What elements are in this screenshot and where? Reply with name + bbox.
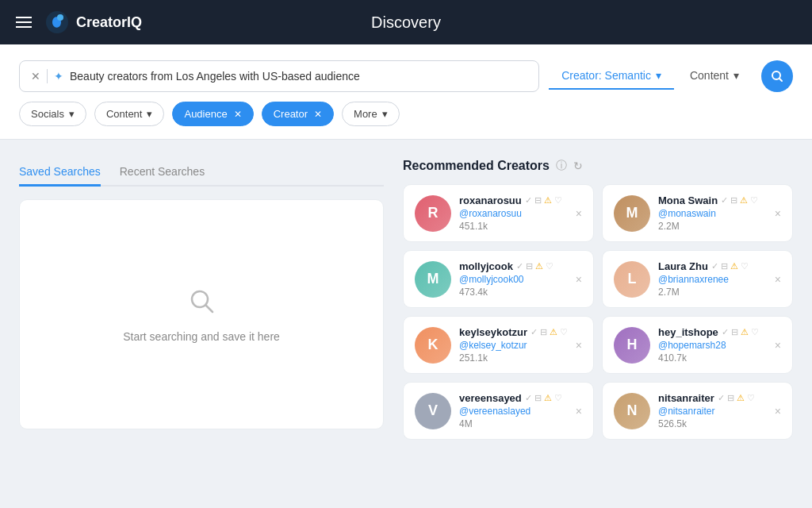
tab-recent-searches[interactable]: Recent Searches xyxy=(120,159,205,187)
save-icon[interactable]: ⊟ xyxy=(721,261,728,271)
search-input-container: ✕ ✦ Beauty creators from Los Angeles wit… xyxy=(19,60,539,92)
filter-row: Socials ▾ Content ▾ Audience ✕ Creator ✕… xyxy=(19,102,793,126)
search-submit-button[interactable] xyxy=(761,60,793,92)
creator-handle[interactable]: @hopemarsh28 xyxy=(658,340,781,351)
filter-more[interactable]: More ▾ xyxy=(342,102,400,126)
heart-icon[interactable]: ♡ xyxy=(554,195,562,206)
heart-icon[interactable]: ♡ xyxy=(554,393,562,403)
creator-name: roxanarosuu xyxy=(459,194,522,206)
remove-creator-button[interactable]: × xyxy=(772,402,784,421)
saved-searches-panel: Start searching and save it here xyxy=(19,199,384,429)
save-icon[interactable]: ⊟ xyxy=(730,195,737,206)
search-divider xyxy=(47,69,48,83)
creator-handle[interactable]: @nitsanraiter xyxy=(658,406,781,417)
search-area: ✕ ✦ Beauty creators from Los Angeles wit… xyxy=(0,44,812,140)
logo: CreatorIQ xyxy=(44,10,142,35)
svg-point-1 xyxy=(57,14,63,21)
remove-creator-button[interactable]: × xyxy=(573,204,585,223)
creator-followers: 251.1k xyxy=(459,352,582,364)
save-icon[interactable]: ⊟ xyxy=(534,195,542,206)
remove-audience-filter[interactable]: ✕ xyxy=(234,109,242,120)
creator-card: LLaura Zhu ✓ ⊟ ⚠ ♡ @briannaxrenee2.7M× xyxy=(602,250,793,308)
search-clear-button[interactable]: ✕ xyxy=(31,70,40,83)
creator-info: roxanarosuu ✓ ⊟ ⚠ ♡ @roxanarosuu451.1k xyxy=(459,194,582,232)
creator-name: nitsanraiter xyxy=(658,392,714,404)
creator-action-icons: ✓ ⊟ ⚠ ♡ xyxy=(711,261,749,271)
creator-handle[interactable]: @roxanarosuu xyxy=(459,208,582,219)
heart-icon[interactable]: ♡ xyxy=(560,327,568,337)
creator-handle[interactable]: @mollyjcook00 xyxy=(459,274,582,285)
creator-followers: 451.1k xyxy=(459,221,582,232)
creator-action-icons: ✓ ⊟ ⚠ ♡ xyxy=(525,195,562,206)
hamburger-menu[interactable] xyxy=(16,17,32,28)
tab-saved-searches[interactable]: Saved Searches xyxy=(19,159,101,187)
creator-handle[interactable]: @vereenaslayed xyxy=(459,406,582,417)
magic-icon: ✦ xyxy=(54,70,63,83)
save-icon[interactable]: ⊟ xyxy=(534,393,542,403)
creator-action-icons: ✓ ⊟ ⚠ ♡ xyxy=(721,195,758,206)
avatar: V xyxy=(415,393,451,429)
avatar: N xyxy=(614,393,650,429)
remove-creator-button[interactable]: × xyxy=(772,336,784,355)
creator-card: Nnitsanraiter ✓ ⊟ ⚠ ♡ @nitsanraiter526.5… xyxy=(602,382,793,440)
empty-search-text: Start searching and save it here xyxy=(123,330,280,343)
remove-creator-button[interactable]: × xyxy=(772,204,784,223)
save-icon[interactable]: ⊟ xyxy=(727,393,734,403)
verify-icon: ✓ xyxy=(722,327,729,337)
creator-card: Kkeylseykotzur ✓ ⊟ ⚠ ♡ @kelsey_kotzur251… xyxy=(403,316,594,374)
creator-name: vereensayed xyxy=(459,392,522,404)
verify-icon: ✓ xyxy=(711,261,718,271)
creator-info: mollyjcook ✓ ⊟ ⚠ ♡ @mollyjcook00473.4k xyxy=(459,260,582,298)
verify-icon: ✓ xyxy=(530,327,538,337)
recommended-title: Recommended Creators xyxy=(403,159,550,173)
creator-card: Vvereensayed ✓ ⊟ ⚠ ♡ @vereenaslayed4M× xyxy=(403,382,594,440)
alert-icon: ⚠ xyxy=(730,261,738,271)
avatar: M xyxy=(614,195,650,232)
creator-action-icons: ✓ ⊟ ⚠ ♡ xyxy=(718,393,755,403)
creator-action-icons: ✓ ⊟ ⚠ ♡ xyxy=(530,327,568,337)
creator-info: hey_itshope ✓ ⊟ ⚠ ♡ @hopemarsh28410.7k xyxy=(658,326,781,364)
alert-icon: ⚠ xyxy=(550,327,557,337)
verify-icon: ✓ xyxy=(721,195,728,206)
search-query-text: Beauty creators from Los Angeles with US… xyxy=(70,70,527,83)
heart-icon[interactable]: ♡ xyxy=(751,327,759,337)
svg-point-3 xyxy=(192,291,208,307)
filter-socials[interactable]: Socials ▾ xyxy=(19,102,86,126)
creator-action-icons: ✓ ⊟ ⚠ ♡ xyxy=(722,327,759,337)
creator-handle[interactable]: @monaswain xyxy=(658,208,781,219)
avatar: L xyxy=(614,261,650,298)
heart-icon[interactable]: ♡ xyxy=(546,261,553,271)
alert-icon: ⚠ xyxy=(740,195,748,206)
save-icon[interactable]: ⊟ xyxy=(540,327,547,337)
creator-handle[interactable]: @kelsey_kotzur xyxy=(459,340,582,351)
creator-name: hey_itshope xyxy=(658,326,718,338)
left-panel: Saved Searches Recent Searches Start sea… xyxy=(19,159,384,440)
empty-search-icon xyxy=(187,287,216,321)
remove-creator-filter[interactable]: ✕ xyxy=(314,109,322,120)
info-icon[interactable]: ⓘ xyxy=(556,159,567,173)
main-content: Saved Searches Recent Searches Start sea… xyxy=(0,140,812,440)
verify-icon: ✓ xyxy=(516,261,523,271)
creator-followers: 2.7M xyxy=(658,287,781,298)
heart-icon[interactable]: ♡ xyxy=(747,393,755,403)
filter-audience[interactable]: Audience ✕ xyxy=(172,102,253,126)
creator-followers: 526.5k xyxy=(658,418,781,429)
save-icon[interactable]: ⊟ xyxy=(526,261,533,271)
remove-creator-button[interactable]: × xyxy=(573,402,585,421)
creator-card: Hhey_itshope ✓ ⊟ ⚠ ♡ @hopemarsh28410.7k× xyxy=(602,316,793,374)
tab-content[interactable]: Content ▾ xyxy=(677,63,752,90)
verify-icon: ✓ xyxy=(525,393,532,403)
creator-info: vereensayed ✓ ⊟ ⚠ ♡ @vereenaslayed4M xyxy=(459,392,582,429)
creator-card: MMona Swain ✓ ⊟ ⚠ ♡ @monaswain2.2M× xyxy=(602,184,793,242)
remove-creator-button[interactable]: × xyxy=(573,336,585,355)
filter-content[interactable]: Content ▾ xyxy=(94,102,165,126)
refresh-icon[interactable]: ↻ xyxy=(573,160,583,172)
tab-creator-semantic[interactable]: Creator: Semantic ▾ xyxy=(549,63,674,90)
save-icon[interactable]: ⊟ xyxy=(731,327,738,337)
heart-icon[interactable]: ♡ xyxy=(741,261,749,271)
creator-handle[interactable]: @briannaxrenee xyxy=(658,274,781,285)
heart-icon[interactable]: ♡ xyxy=(750,195,758,206)
filter-creator[interactable]: Creator ✕ xyxy=(262,102,334,126)
remove-creator-button[interactable]: × xyxy=(772,270,784,289)
remove-creator-button[interactable]: × xyxy=(573,270,585,289)
